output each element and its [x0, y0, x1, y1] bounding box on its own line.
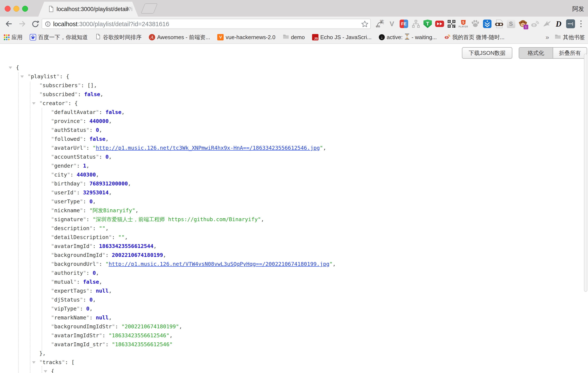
tampermonkey-beta-shield-extension-icon[interactable]: T [423, 19, 432, 29]
json-key: nickname [54, 207, 80, 213]
new-tab-button[interactable] [141, 3, 158, 14]
download-json-button[interactable]: 下载JSON数据 [462, 47, 512, 59]
collapse-toggle-icon[interactable] [32, 102, 35, 105]
back-button[interactable] [5, 20, 13, 29]
json-punctuation: : [83, 198, 90, 204]
fe-extension-icon[interactable]: FE [399, 19, 408, 29]
bookmark-active-waiting[interactable]: ↓ active: - waiting... [379, 33, 437, 41]
page-info-icon[interactable] [45, 21, 51, 28]
close-window-button[interactable] [5, 6, 11, 12]
bookmark-other-folder[interactable]: 其他书签 [555, 34, 585, 41]
json-punctuation: , [135, 207, 138, 213]
sitemap-extension-icon[interactable] [411, 19, 420, 29]
translate-extension-icon[interactable]: 英en [375, 19, 385, 29]
json-quote: " [78, 82, 81, 88]
json-string: "阿发Binaryify" [90, 207, 136, 213]
json-quote: " [80, 136, 83, 142]
json-quote: " [51, 118, 54, 124]
bird-extension-icon[interactable] [542, 19, 551, 29]
vimium-extension-icon[interactable]: V [387, 19, 397, 29]
reload-button[interactable] [31, 20, 39, 29]
json-punctuation: , [121, 109, 125, 115]
incognito-mask-extension-icon[interactable] [494, 19, 504, 29]
json-punctuation: , [179, 323, 182, 330]
video-fastforward-extension-icon[interactable] [435, 19, 444, 29]
format-button[interactable]: 格式化 [519, 48, 553, 58]
tampermonkey-monkey-extension-icon[interactable]: 1 [518, 19, 527, 29]
address-bar[interactable]: localhost:3000/playlist/detail?id=243816… [42, 19, 371, 29]
bookmark-star-icon[interactable] [361, 20, 369, 29]
bookmark-vue-hackernews[interactable]: V vue-hackernews-2.0 [217, 34, 275, 41]
html5-player-extension-icon[interactable]: 5 PLAYER [459, 19, 468, 29]
json-punctuation: : [99, 261, 105, 267]
page-content: 下载JSON数据 格式化 折叠所有 {"playlist": {"subscri… [0, 44, 588, 373]
browser-menu-icon[interactable] [578, 19, 584, 29]
json-quote: " [73, 163, 76, 169]
collapse-all-button[interactable]: 折叠所有 [553, 48, 587, 58]
json-keyword: false [83, 279, 99, 285]
json-punctuation: , [93, 198, 96, 204]
json-punctuation: : [86, 216, 93, 223]
json-quote: " [105, 261, 109, 267]
json-quote: " [76, 306, 80, 312]
bookmark-label: Echo JS - JavaScri... [320, 34, 372, 41]
json-quote: " [51, 323, 54, 330]
zoom-window-button[interactable] [22, 6, 28, 12]
browser-tab[interactable]: localhost:3000/playlist/detail?i × [38, 2, 138, 17]
json-quote: " [51, 207, 54, 213]
bookmark-awesomes[interactable]: A Awesomes - 前端资... [149, 34, 210, 41]
bookmark-weibo-home[interactable]: 我的首页 微博-随时... [444, 33, 505, 41]
bookmark-google-sorted[interactable]: 谷歌按时间排序 [95, 34, 142, 41]
json-line: "description": "", [0, 224, 588, 233]
json-punctuation: : [83, 136, 90, 142]
bookmark-echojs[interactable]: JS Echo JS - JavaScri... [312, 34, 372, 41]
json-quote: " [51, 261, 54, 267]
json-punctuation: : [86, 270, 93, 276]
scrollbar-thumb[interactable] [584, 53, 587, 292]
chrome-profile-name[interactable]: 阿发 [572, 5, 584, 13]
password-manager-extension-icon[interactable]: •••| [566, 19, 575, 29]
paw-extension-icon[interactable] [471, 19, 480, 29]
json-keyword: false [105, 109, 121, 115]
forward-button[interactable] [18, 20, 26, 29]
collapse-toggle-icon[interactable] [9, 66, 12, 69]
url-text: localhost:3000/playlist/detail?id=243816… [53, 21, 169, 28]
json-line: "remarkName": null, [0, 313, 588, 322]
json-line: "signature": "深圳市爱猫人士，前端工程师 https://gith… [0, 215, 588, 224]
tab-close-icon[interactable]: × [126, 5, 130, 13]
qrcode-extension-icon[interactable] [447, 19, 456, 29]
json-key: avatarImgId_str [54, 341, 102, 348]
json-quote: " [86, 127, 90, 133]
bookmark-baidu[interactable]: 百度一下，你就知道 [30, 34, 88, 41]
darkreader-extension-icon[interactable]: D [554, 19, 563, 29]
json-line: "avatarUrl": "http://p1.music.126.net/tc… [0, 144, 588, 152]
json-punctuation: : [99, 154, 105, 160]
minimize-window-button[interactable] [13, 6, 19, 12]
json-punctuation: { [16, 64, 19, 71]
json-punctuation: : [70, 172, 76, 178]
bookmarks-overflow-icon[interactable]: » [546, 34, 549, 41]
collapse-toggle-icon[interactable] [44, 370, 47, 373]
json-string: "18633423556612546" [109, 332, 169, 339]
page-icon [95, 34, 101, 41]
json-url-link[interactable]: http://p1.music.126.net/tc3Wk_XNPmwiR4hx… [96, 145, 320, 151]
weibo-extension-icon[interactable] [530, 19, 539, 29]
json-url-link[interactable]: http://p1.music.126.net/VTW4vsN08vwL3uSQ… [109, 261, 329, 267]
bookmark-label: 谷歌按时间排序 [103, 34, 142, 41]
bookmarks-bar: 应用 百度一下，你就知道 谷歌按时间排序 A Awesomes - 前端资...… [0, 31, 588, 44]
bookmark-apps[interactable]: 应用 [4, 34, 22, 41]
json-keyword: null [96, 315, 109, 321]
json-punctuation: : [99, 109, 105, 115]
json-punctuation: , [333, 261, 336, 267]
json-quote: " [51, 190, 54, 196]
json-key: backgroundUrl [54, 261, 96, 267]
echojs-icon: JS [312, 34, 318, 40]
collapse-toggle-icon[interactable] [32, 361, 35, 364]
batch-download-extension-icon[interactable] [483, 19, 492, 29]
session-s-extension-icon[interactable]: S [506, 19, 515, 29]
json-line: "defaultAvatar": false, [0, 108, 588, 117]
bookmark-demo-folder[interactable]: demo [283, 34, 305, 41]
collapse-toggle-icon[interactable] [21, 75, 24, 78]
json-key: avatarImgIdStr [54, 332, 99, 339]
json-quote: " [51, 341, 54, 348]
